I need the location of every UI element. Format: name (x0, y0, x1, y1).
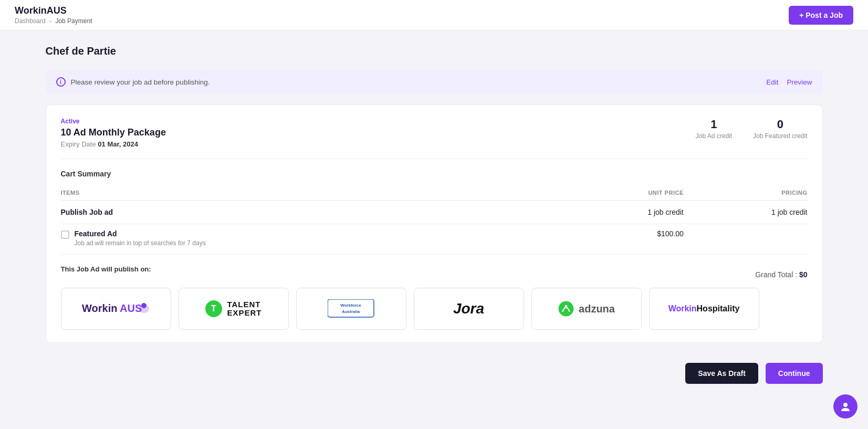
breadcrumb-current: Job Payment (55, 17, 92, 25)
divider (61, 159, 808, 159)
grand-total-value: $0 (799, 270, 808, 279)
talent-expert-wrap: T TALENT EXPERT (205, 300, 262, 318)
package-info: Active 10 Ad Monthly Package Expiry Date… (61, 118, 166, 148)
logo-workin-hospitality: WorkinHospitality (649, 288, 759, 330)
avatar-icon (840, 401, 851, 412)
svg-text:Workin: Workin (82, 302, 117, 314)
footer-actions: Save As Draft Continue (46, 358, 823, 384)
package-header: Active 10 Ad Monthly Package Expiry Date… (61, 118, 808, 148)
logo-talent-expert: T TALENT EXPERT (179, 288, 289, 330)
publish-label: This Job Ad will publish on: (61, 265, 151, 273)
svg-text:T: T (212, 304, 217, 313)
info-banner: i Please review your job ad before publi… (46, 70, 823, 94)
post-job-button[interactable]: + Post a Job (789, 6, 853, 25)
package-status: Active (61, 118, 166, 125)
featured-checkbox[interactable] (61, 231, 69, 239)
workin-hospitality-text: WorkinHospitality (668, 304, 740, 313)
row1-pricing: 1 job credit (684, 201, 808, 224)
row1-name: Publish Job ad (61, 208, 560, 216)
svg-rect-6 (328, 299, 374, 317)
job-featured-credit-value: 0 (753, 118, 807, 131)
svg-point-3 (141, 303, 147, 308)
job-featured-credit-label: Job Featured credit (753, 132, 807, 140)
cart-table: ITEMS UNIT PRICE PRICING Publish Job ad … (61, 185, 808, 255)
expiry-date: 01 Mar, 2024 (98, 140, 138, 148)
adzuna-text: adzuna (579, 303, 615, 315)
continue-button[interactable]: Continue (766, 363, 823, 384)
app-name: WorkinAUS (15, 5, 92, 16)
workforce-australia-wrap: Workforce Australia (328, 299, 375, 318)
logo-workforce-australia: Workforce Australia (296, 288, 406, 330)
cart-table-head: ITEMS UNIT PRICE PRICING (61, 185, 808, 201)
svg-point-10 (565, 305, 568, 308)
adzuna-icon (558, 300, 574, 317)
workforce-svg: Workforce Australia (328, 299, 375, 318)
row2-sub: Job ad will remain in top of searches fo… (75, 239, 206, 247)
svg-text:AUS: AUS (120, 302, 142, 314)
svg-point-9 (559, 301, 574, 317)
grand-total-label: Grand Total : (755, 270, 797, 279)
breadcrumb: Dashboard - Job Payment (15, 17, 92, 25)
svg-text:Australia: Australia (341, 309, 360, 314)
floating-avatar[interactable] (833, 394, 857, 418)
jora-text: Jora (453, 300, 484, 317)
table-row: Publish Job ad 1 job credit 1 job credit (61, 201, 808, 224)
expiry-label: Expiry Date (61, 140, 96, 148)
workinaus-svg: Workin AUS (82, 298, 150, 319)
save-draft-button[interactable]: Save As Draft (685, 363, 758, 384)
info-icon: i (56, 77, 66, 87)
job-ad-credit-value: 1 (696, 118, 732, 131)
featured-checkbox-wrap: Featured Ad Job ad will remain in top of… (61, 229, 560, 247)
package-card: Active 10 Ad Monthly Package Expiry Date… (46, 104, 823, 343)
publish-logos: Workin AUS T TALE (61, 288, 808, 330)
publish-section: This Job Ad will publish on: Grand Total… (61, 265, 808, 330)
breadcrumb-dashboard[interactable]: Dashboard (15, 17, 46, 25)
page-title: Chef de Partie (46, 45, 823, 57)
row2-unit: $100.00 (560, 224, 684, 255)
header-left: WorkinAUS Dashboard - Job Payment (15, 5, 92, 25)
row2-pricing (684, 224, 808, 255)
adzuna-wrap: adzuna (558, 300, 615, 317)
edit-link[interactable]: Edit (766, 78, 778, 86)
talent-expert-icon: T (205, 300, 223, 318)
svg-point-11 (843, 403, 848, 407)
table-row: Featured Ad Job ad will remain in top of… (61, 224, 808, 255)
job-ad-credit-label: Job Ad credit (696, 132, 732, 140)
svg-text:Workforce: Workforce (340, 303, 361, 308)
package-name: 10 Ad Monthly Package (61, 127, 166, 138)
job-featured-credit-box: 0 Job Featured credit (753, 118, 807, 140)
col-pricing: PRICING (684, 185, 808, 201)
main-content: Chef de Partie i Please review your job … (25, 30, 844, 399)
info-banner-message: Please review your job ad before publish… (71, 78, 210, 86)
cart-title: Cart Summary (61, 170, 808, 178)
preview-link[interactable]: Preview (787, 78, 812, 86)
logo-adzuna: adzuna (531, 288, 642, 330)
info-banner-right: Edit Preview (766, 78, 812, 86)
job-ad-credit-box: 1 Job Ad credit (696, 118, 732, 140)
col-unit-price: UNIT PRICE (560, 185, 684, 201)
logo-jora: Jora (414, 288, 524, 330)
grand-total: Grand Total : $0 (755, 267, 807, 279)
col-items: ITEMS (61, 185, 560, 201)
logo-workinaus: Workin AUS (61, 288, 171, 330)
credit-info: 1 Job Ad credit 0 Job Featured credit (696, 118, 808, 140)
row2-name: Featured Ad (75, 229, 206, 238)
row1-unit: 1 job credit (560, 201, 684, 224)
package-expiry: Expiry Date 01 Mar, 2024 (61, 140, 166, 148)
info-banner-left: i Please review your job ad before publi… (56, 77, 210, 87)
breadcrumb-sep: - (49, 17, 51, 25)
header: WorkinAUS Dashboard - Job Payment + Post… (0, 0, 868, 30)
